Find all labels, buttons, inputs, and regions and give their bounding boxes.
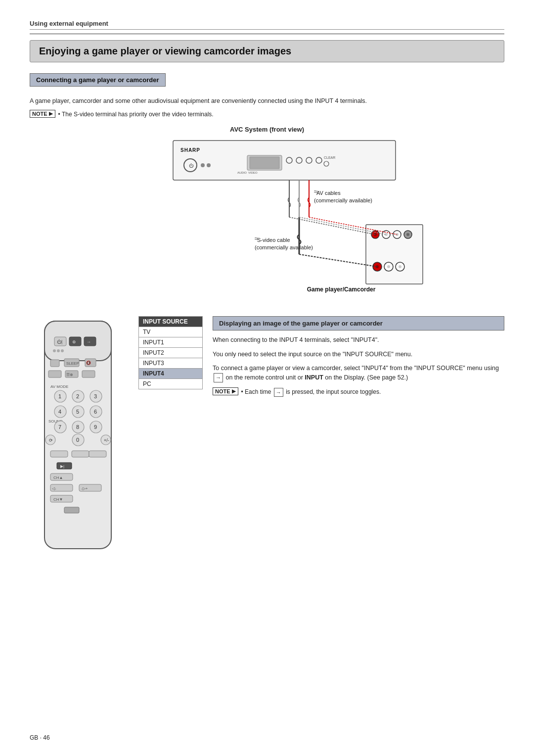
svg-text:6: 6 [94,409,97,415]
svg-text:(commercially available): (commercially available) [255,244,313,250]
svg-rect-93 [72,451,89,457]
display-section: Displaying an image of the game player o… [213,316,504,404]
svg-point-39 [387,265,390,268]
display-text-3-post: on the Display. (See page 52.) [325,374,408,381]
svg-text:(commercially available): (commercially available) [314,197,372,203]
svg-rect-65 [82,371,95,378]
list-item: INPUT2 [139,347,203,358]
note-box-2: NOTE ▶ • Each time → is pressed, the inp… [213,387,504,397]
note-text-1: • The S-video terminal has priority over… [58,110,214,119]
svg-point-55 [57,349,60,352]
svg-text:AUDIO: AUDIO [237,171,247,174]
connect-subtitle-text: Connecting a game player or camcorder [36,76,159,84]
main-title: Enjoying a game player or viewing camcor… [39,46,495,57]
svg-text:⟳: ⟳ [49,438,53,443]
input1-cell: INPUT1 [139,337,203,347]
input4-cell: INPUT4 [139,368,203,378]
avc-section: AVC System (front view) SHARP ⏻ AUDIO VI… [30,126,504,306]
svg-point-5 [207,163,211,167]
note-text-2: • Each time → is pressed, the input sour… [241,387,381,397]
svg-text:S-video cable: S-video cable [257,237,290,243]
svg-text:▶|: ▶| [60,464,64,469]
svg-text:⏻|: ⏻| [57,339,62,344]
svg-text:7: 7 [58,424,61,430]
svg-text:5: 5 [76,409,79,415]
svg-text:1: 1 [58,393,61,399]
avc-title: AVC System (front view) [30,126,504,133]
svg-rect-94 [89,451,106,457]
svg-text:AV cables: AV cables [316,190,341,196]
display-text-3-mid: on the remote control unit or [225,374,303,381]
svg-point-4 [201,163,205,167]
list-item: INPUT3 [139,358,203,368]
list-item: TV [139,327,203,337]
svg-text:→: → [87,339,91,344]
svg-text:◁-: ◁- [52,486,56,491]
svg-rect-57 [50,360,59,367]
connect-subtitle-wrapper: Connecting a game player or camcorder [30,73,504,92]
svg-text:⏻: ⏻ [189,163,194,168]
display-text-2: You only need to select the input source… [213,350,504,359]
svg-text:CH▼: CH▼ [53,497,63,502]
input-source-header-row: INPUT SOURCE [139,316,203,327]
remote-container: ⏻| ⊕ → SLEEP 🔇 ☰⊕ AV MODE 1 [30,316,129,555]
svg-text:⊕: ⊕ [72,339,76,344]
note-label-1: NOTE ▶ [30,110,55,118]
svg-text:≈: ≈ [255,235,259,242]
svg-text:3: 3 [94,393,97,399]
input3-cell: INPUT3 [139,358,203,368]
bottom-section: ⏻| ⊕ → SLEEP 🔇 ☰⊕ AV MODE 1 [30,316,504,555]
display-title-box: Displaying an image of the game player o… [213,316,504,331]
svg-text:4: 4 [58,409,61,415]
section-header: Using external equipment [30,20,504,34]
input-source-container: INPUT SOURCE TV INPUT1 INPUT2 INPUT3 INP… [138,316,203,389]
svg-text:0: 0 [76,437,79,443]
svg-point-54 [53,349,56,352]
svg-text:CLEAR: CLEAR [324,156,335,159]
svg-text:-▷+: -▷+ [81,486,88,491]
svg-rect-0 [173,141,396,180]
svg-point-34 [406,233,409,236]
svg-text:☰⊕: ☰⊕ [66,373,73,377]
list-item: INPUT4 [139,368,203,378]
svg-text:CH▲: CH▲ [53,475,63,480]
diagram-area: SHARP ⏻ AUDIO VIDEO CLEAR [104,138,430,306]
svg-text:🔇: 🔇 [86,360,91,365]
list-item: INPUT1 [139,337,203,347]
svg-line-41 [289,217,375,235]
avc-diagram-svg: SHARP ⏻ AUDIO VIDEO CLEAR [104,138,430,306]
svg-text:SHARP: SHARP [180,147,200,153]
note-label-2: NOTE ▶ [213,387,238,395]
list-item: PC [139,378,203,389]
connect-subtitle-box: Connecting a game player or camcorder [30,73,166,87]
svg-rect-7 [250,157,279,169]
display-text-3-pre: To connect a game player or view a camco… [213,365,499,372]
svg-text:VIDEO: VIDEO [248,171,258,174]
svg-text:Game player/Camcorder: Game player/Camcorder [307,286,376,293]
input-icon: → [214,373,223,382]
input2-cell: INPUT2 [139,347,203,358]
remote-svg: ⏻| ⊕ → SLEEP 🔇 ☰⊕ AV MODE 1 [30,316,126,554]
display-text-3-bold: INPUT [305,374,323,381]
svg-text:AV MODE: AV MODE [50,384,68,389]
svg-text:+/-: +/- [104,438,109,443]
input-pc-cell: PC [139,378,203,389]
svg-rect-105 [64,507,79,513]
main-title-box: Enjoying a game player or viewing camcor… [30,40,504,62]
input-icon-2: → [274,388,283,397]
note-box-1: NOTE ▶ • The S-video terminal has priori… [30,110,504,119]
svg-text:SLEEP: SLEEP [66,361,79,366]
input-source-table: INPUT SOURCE TV INPUT1 INPUT2 INPUT3 INP… [138,316,203,389]
connect-description: A game player, camcorder and some other … [30,96,504,106]
display-text-3: To connect a game player or view a camco… [213,364,504,382]
svg-point-40 [399,265,401,268]
display-text-1: When connecting to the INPUT 4 terminals… [213,335,504,345]
svg-rect-92 [50,451,68,457]
svg-text:9: 9 [94,424,97,430]
input-tv-cell: TV [139,327,203,337]
svg-rect-62 [48,371,61,378]
input-source-header-cell: INPUT SOURCE [139,316,203,327]
svg-text:8: 8 [76,424,79,430]
svg-text:2: 2 [76,393,79,399]
display-title-text: Displaying an image of the game player o… [219,320,383,327]
